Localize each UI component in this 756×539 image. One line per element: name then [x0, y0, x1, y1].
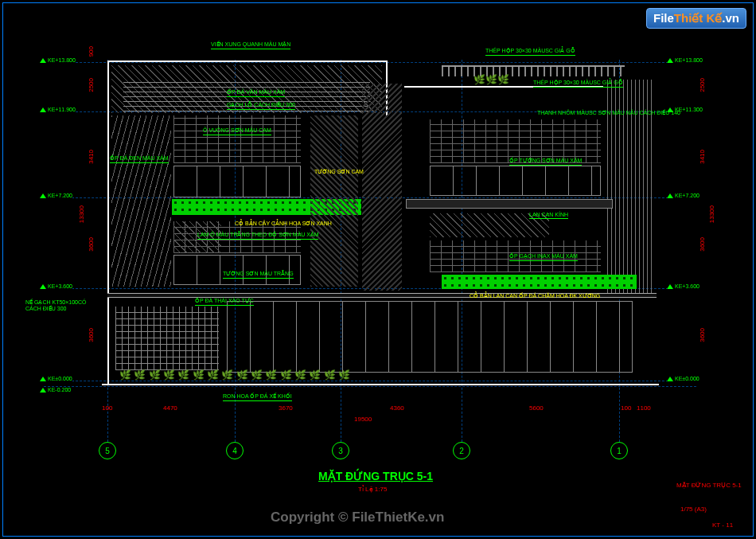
dim: 3600: [88, 237, 95, 252]
dim: 100: [621, 404, 631, 412]
level-tag: KE+3.600: [40, 283, 72, 289]
dim-total: 19500: [354, 416, 372, 423]
wavy-cladding: [111, 115, 171, 287]
level-tag: KE+3.600: [667, 283, 699, 289]
annotation: ỐP GẠCH INAX MÀU XÁM: [509, 253, 578, 261]
window: [173, 255, 301, 285]
dim: 2500: [699, 78, 706, 92]
dim: 3600: [699, 237, 706, 252]
dim: 1100: [637, 404, 651, 412]
brick-panel: [173, 115, 301, 163]
annotation: CỎ BẢN CÂY CẢNH HOA SƠN XANH: [235, 221, 332, 227]
titleblock-scale: 1/75 (A3): [680, 506, 707, 513]
pergola: [442, 65, 625, 76]
annotation: CỎ BẢN LAN CAN ỐP ĐÁ CHĂM HOA ĐK XƯƠNG: [470, 293, 600, 299]
stone-column: [310, 115, 358, 287]
annotation: ỐP ĐÁ THÁI XÁO TỰC: [195, 298, 254, 306]
level-line: [44, 62, 696, 63]
dim: 4360: [390, 404, 404, 412]
dim-total: 13300: [78, 205, 85, 223]
dim: 3410: [699, 150, 706, 164]
axis-bubble: 5: [99, 442, 116, 459]
annotation: ỐP ĐÁ VÂN MÀU XÁM: [227, 89, 285, 97]
wall: [107, 61, 386, 62]
level-line: [44, 381, 696, 381]
titleblock-sheet: KT - 11: [712, 521, 733, 529]
logo-prefix: File: [653, 11, 674, 25]
annotation: Ô VUÔNG SƠN MÀU CAM: [203, 127, 271, 135]
level-tag: KE±0.000: [667, 376, 699, 381]
brick-panel: [430, 119, 601, 163]
ground: [102, 384, 659, 385]
gate-grid: [115, 307, 219, 370]
plant-icon: 🌿🌿🌿: [473, 75, 509, 84]
level-tag: KE±0.000: [40, 376, 72, 381]
annotation: ỐP TƯỜNG SƠN MÀU XÁM: [509, 158, 582, 166]
annotation: RON HOA ỐP ĐÁ XẾ KHỐI: [223, 393, 292, 401]
stone-column: [362, 84, 402, 291]
storefront: [227, 301, 633, 373]
dim: 3410: [88, 150, 95, 164]
annotation: THÉP HỘP 30×30 MÀUSC GIẢ GỖ: [533, 80, 623, 88]
titleblock-name: MẶT ĐỨNG TRỤC 5-1: [676, 482, 742, 489]
dim: 3600: [88, 328, 95, 342]
logo-mid: Thiết Kế: [674, 11, 723, 25]
level-tag: KE+7.200: [667, 193, 699, 198]
annotation: TƯỜNG SƠN CAM: [314, 169, 364, 175]
dim: 5600: [529, 404, 544, 412]
annotation: ỐP ĐÁ ĐEN MÀU XÁM: [110, 155, 169, 163]
annotation: TƯỜNG SƠN MÀU TRẮNG: [223, 271, 294, 279]
annotation: LAM Ô MÀU TRẮNG THEO ĐỒ SƠN MÀU XÁM: [197, 232, 318, 240]
dim: 100: [102, 404, 112, 412]
drawing-scale: Tỉ Lệ 1:75: [358, 486, 387, 493]
planter-band-dots: [442, 275, 637, 289]
annotation: VIỀN XUNG QUANH MÀU MẬN: [211, 41, 290, 49]
level-tag: KE+7.200: [40, 193, 72, 198]
drawing-title: MẶT ĐỨNG TRỤC 5-1: [318, 470, 433, 482]
dim: 3670: [279, 404, 293, 412]
dim: 3600: [699, 328, 706, 342]
copyright-watermark: Copyright © FileThietKe.vn: [271, 510, 444, 525]
axis-bubble: 4: [226, 442, 244, 459]
logo-suffix: .vn: [722, 11, 739, 25]
dim: 2500: [88, 78, 95, 92]
annotation: LAN CAN KÍNH: [529, 212, 568, 219]
dim-total: 13300: [708, 205, 715, 223]
wall: [107, 61, 109, 385]
window: [173, 166, 301, 197]
plant-icon: 🌿 🌿 🌿 🌿 🌿 🌿 🌿 🌿 🌿 🌿 🌿 🌿 🌿 🌿 🌿 🌿: [119, 370, 350, 380]
window: [430, 166, 601, 196]
axis-bubble: 3: [332, 442, 349, 459]
level-tag: KE+13.800: [40, 57, 76, 63]
level-line: [44, 386, 696, 387]
level-tag: KE+11.900: [40, 107, 76, 112]
level-tag: KE-0.200: [40, 387, 71, 393]
logo-watermark: FileThiết Kế.vn: [646, 8, 746, 29]
annotation: NỀ GẠCH KT50×100CÓ CÁCH ĐIỀU 300: [25, 299, 87, 311]
annotation: THANH NHÔM MÀUSC SƠN MÀU NÂU CÁCH ĐIỀU 1…: [537, 110, 680, 116]
dim: 900: [88, 46, 95, 57]
annotation: THÉP HỘP 30×30 MÀUSC GIẢ GỖ: [485, 48, 575, 56]
axis-bubble: 2: [453, 442, 470, 459]
level-tag: KE+13.800: [667, 57, 703, 63]
cad-canvas[interactable]: FileThiết Kế.vn KE+13.800 KE+11.900 KE+7…: [0, 0, 756, 539]
axis-bubble: 1: [610, 442, 628, 459]
band: [406, 199, 613, 209]
annotation: GẠCH LỖ CÁCH ĐIỀU 300: [227, 102, 295, 110]
dim: 4470: [163, 404, 177, 412]
